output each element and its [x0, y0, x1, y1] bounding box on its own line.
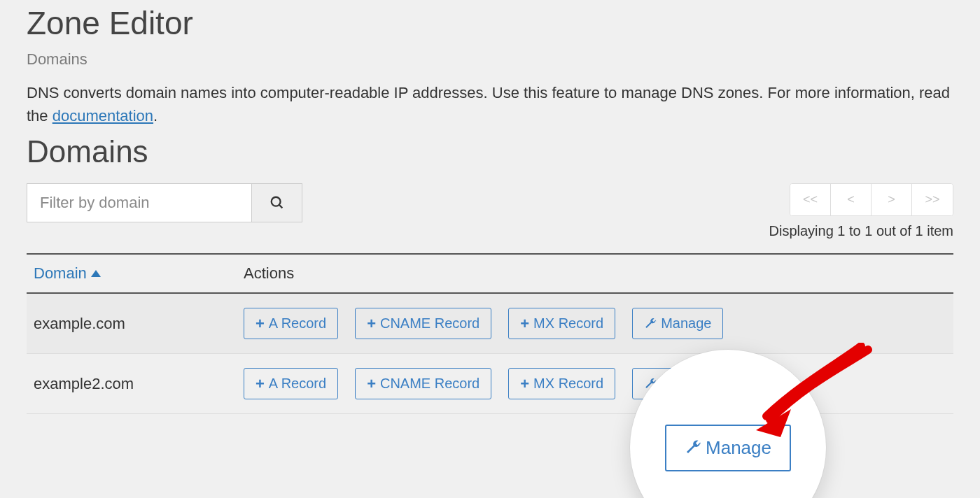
- svg-line-1: [279, 205, 282, 208]
- pager-prev-button[interactable]: <: [831, 184, 872, 215]
- cname-record-label: CNAME Record: [380, 315, 479, 332]
- add-mx-record-button[interactable]: + MX Record: [508, 308, 615, 339]
- wrench-icon: [685, 439, 701, 456]
- cname-record-label: CNAME Record: [380, 376, 479, 392]
- actions-cell: + A Record + CNAME Record + MX Record Ma…: [244, 308, 946, 339]
- domains-table: Domain Actions example.com + A Record + …: [27, 253, 953, 414]
- sort-asc-icon: [91, 270, 101, 277]
- table-row: example.com + A Record + CNAME Record + …: [27, 294, 953, 354]
- pager-last-button[interactable]: >>: [912, 184, 953, 215]
- page-title: Zone Editor: [27, 4, 953, 42]
- pagination-display-text: Displaying 1 to 1 out of 1 item: [769, 223, 953, 239]
- plus-icon: +: [255, 316, 265, 332]
- manage-label: Manage: [661, 315, 711, 332]
- domain-filter-input[interactable]: [27, 184, 251, 222]
- description-text-post: .: [153, 107, 158, 124]
- plus-icon: +: [520, 376, 529, 392]
- mx-record-label: MX Record: [533, 315, 603, 332]
- pager-next-button[interactable]: >: [872, 184, 912, 215]
- description-text-pre: DNS converts domain names into computer-…: [27, 84, 950, 124]
- pager-first-button[interactable]: <<: [790, 184, 831, 215]
- plus-icon: +: [520, 316, 529, 332]
- search-icon: [270, 195, 285, 211]
- filter-group: [27, 183, 302, 222]
- plus-icon: +: [367, 316, 376, 332]
- wrench-icon: [644, 318, 657, 330]
- breadcrumb: Domains: [27, 50, 953, 69]
- manage-button[interactable]: Manage: [632, 308, 723, 339]
- domain-cell: example2.com: [34, 375, 244, 393]
- column-header-actions: Actions: [244, 264, 294, 283]
- a-record-label: A Record: [269, 376, 326, 392]
- plus-icon: +: [255, 376, 265, 392]
- pager: << < > >>: [790, 183, 953, 216]
- a-record-label: A Record: [269, 315, 326, 332]
- manage-button-highlighted[interactable]: Manage: [665, 425, 791, 471]
- search-button[interactable]: [251, 184, 302, 222]
- documentation-link[interactable]: documentation: [52, 107, 153, 124]
- svg-point-0: [271, 197, 280, 206]
- manage-label-highlighted: Manage: [706, 437, 771, 459]
- column-header-domain[interactable]: Domain: [34, 264, 244, 283]
- section-title: Domains: [27, 134, 953, 169]
- column-header-domain-label: Domain: [34, 264, 87, 283]
- domain-cell: example.com: [34, 315, 244, 333]
- page-description: DNS converts domain names into computer-…: [27, 81, 953, 127]
- mx-record-label: MX Record: [533, 376, 603, 392]
- actions-cell: + A Record + CNAME Record + MX Record Ma…: [244, 368, 946, 399]
- add-cname-record-button[interactable]: + CNAME Record: [355, 368, 491, 399]
- add-a-record-button[interactable]: + A Record: [244, 368, 338, 399]
- table-header: Domain Actions: [27, 255, 953, 294]
- add-mx-record-button[interactable]: + MX Record: [508, 368, 615, 399]
- plus-icon: +: [367, 376, 376, 392]
- add-cname-record-button[interactable]: + CNAME Record: [355, 308, 491, 339]
- add-a-record-button[interactable]: + A Record: [244, 308, 338, 339]
